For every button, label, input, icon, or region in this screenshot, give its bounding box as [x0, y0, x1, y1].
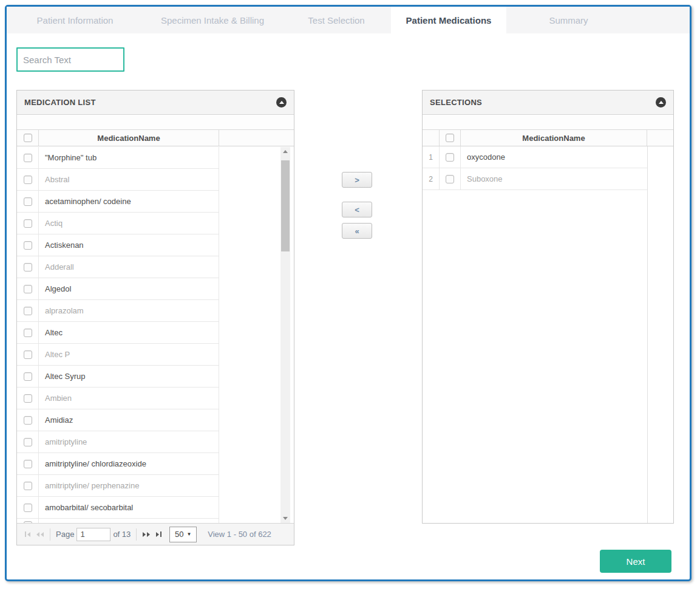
checkbox[interactable] [24, 394, 32, 403]
medication-row[interactable]: alprazolam [17, 300, 219, 322]
first-page-button[interactable] [22, 531, 33, 537]
medication-name: Abstral [39, 169, 219, 190]
medication-row[interactable]: amitriptyline/ chlordiazeoxide [17, 453, 219, 475]
row-checkbox-cell[interactable] [17, 213, 39, 234]
prev-page-button[interactable] [33, 532, 47, 537]
remove-all-selections-button[interactable]: « [342, 223, 372, 239]
checkbox[interactable] [24, 372, 32, 381]
vertical-scrollbar[interactable] [280, 147, 290, 523]
row-checkbox-cell[interactable] [17, 366, 39, 387]
medication-row[interactable]: Adderall [17, 256, 219, 278]
medication-row[interactable]: amitriptyline [17, 431, 219, 453]
medication-name: "Morphine" tub [39, 147, 219, 168]
select-all-checkbox[interactable] [24, 134, 32, 142]
row-checkbox-cell[interactable] [17, 300, 39, 321]
medication-name: Actiskenan [39, 234, 219, 256]
row-checkbox-cell[interactable] [17, 344, 39, 365]
checkbox[interactable] [24, 460, 32, 468]
tab-patient-medications[interactable]: Patient Medications [391, 7, 506, 33]
checkbox[interactable] [24, 176, 32, 184]
medication-row[interactable]: "Morphine" tub [17, 147, 219, 169]
checkbox[interactable] [446, 153, 454, 162]
medication-row[interactable]: amobarbital/ secobarbital [17, 497, 219, 519]
collapse-icon[interactable] [656, 97, 666, 108]
tab-specimen-intake-billing[interactable]: Specimen Intake & Billing [143, 7, 282, 33]
medication-row[interactable]: Actiskenan [17, 234, 219, 256]
search-input[interactable] [16, 47, 124, 72]
medication-name: acetaminophen/ codeine [39, 191, 219, 212]
tab-test-selection[interactable]: Test Selection [282, 7, 391, 33]
medication-row[interactable]: Ambien [17, 388, 219, 409]
last-page-button[interactable] [153, 531, 165, 537]
remove-selection-button[interactable]: < [342, 202, 372, 217]
pager-divider [136, 528, 137, 541]
checkbox[interactable] [24, 329, 32, 337]
medication-row[interactable]: Altec [17, 322, 219, 344]
checkbox[interactable] [24, 504, 32, 512]
row-checkbox-cell[interactable] [17, 388, 39, 409]
select-all-cell[interactable] [440, 130, 461, 146]
medication-name [39, 519, 219, 523]
medication-row[interactable]: Abstral [17, 169, 219, 191]
checkbox[interactable] [446, 175, 454, 183]
medication-grid-header: MedicationName [17, 130, 294, 146]
row-checkbox-cell[interactable] [17, 234, 39, 256]
up-arrow-icon [659, 101, 664, 104]
row-checkbox-cell[interactable] [17, 278, 39, 299]
row-checkbox-cell[interactable] [17, 191, 39, 212]
row-checkbox-cell[interactable] [17, 322, 39, 343]
checkbox[interactable] [24, 482, 32, 490]
checkbox[interactable] [24, 307, 32, 315]
scroll-up-icon[interactable] [280, 147, 290, 156]
row-checkbox-cell[interactable] [17, 431, 39, 453]
select-all-cell[interactable] [17, 130, 39, 146]
pager-divider [50, 528, 50, 541]
checkbox[interactable] [24, 263, 32, 272]
tab-patient-information[interactable]: Patient Information [7, 7, 143, 33]
medication-row[interactable]: Actiq [17, 213, 219, 234]
checkbox[interactable] [24, 438, 32, 446]
checkbox[interactable] [24, 416, 32, 425]
row-checkbox-cell[interactable] [17, 409, 39, 431]
medication-row[interactable]: Amidiaz [17, 409, 219, 431]
medication-row-partial[interactable] [17, 519, 219, 523]
scrollbar-thumb[interactable] [281, 160, 290, 251]
up-arrow-icon [279, 101, 284, 104]
row-checkbox-cell[interactable] [17, 453, 39, 474]
row-checkbox-cell[interactable] [440, 146, 461, 168]
medication-rows: "Morphine" tub Abstral acetaminophen/ co… [17, 147, 294, 519]
next-page-button[interactable] [140, 532, 153, 537]
column-header-cell[interactable]: MedicationName [461, 130, 647, 146]
next-button[interactable]: Next [600, 550, 671, 573]
medication-row[interactable]: Algedol [17, 278, 219, 300]
medication-row[interactable]: Altec P [17, 344, 219, 366]
row-checkbox-cell[interactable] [17, 497, 39, 518]
row-checkbox-cell[interactable] [440, 168, 461, 190]
page-count-label: of 13 [113, 530, 131, 539]
collapse-icon[interactable] [276, 97, 287, 108]
medication-row[interactable]: acetaminophen/ codeine [17, 191, 219, 213]
medication-row[interactable]: amitriptyline/ perphenazine [17, 475, 219, 497]
column-header-cell[interactable]: MedicationName [39, 130, 219, 146]
checkbox[interactable] [24, 197, 32, 206]
row-checkbox-cell[interactable] [17, 519, 39, 523]
checkbox[interactable] [24, 154, 32, 162]
row-checkbox-cell[interactable] [17, 169, 39, 190]
page-size-select[interactable]: 50 ▼ [169, 527, 197, 542]
checkbox[interactable] [24, 350, 32, 359]
add-selection-button[interactable]: > [342, 172, 372, 188]
medication-row[interactable]: Altec Syrup [17, 366, 219, 388]
select-all-checkbox[interactable] [446, 134, 454, 142]
row-checkbox-cell[interactable] [17, 256, 39, 278]
row-checkbox-cell[interactable] [17, 147, 39, 168]
tab-summary[interactable]: Summary [506, 7, 631, 33]
checkbox[interactable] [24, 219, 32, 228]
selection-row[interactable]: 2 Suboxone [423, 168, 648, 190]
medication-name: amitriptyline/ perphenazine [39, 475, 219, 496]
checkbox[interactable] [24, 285, 32, 293]
selection-row[interactable]: 1 oxycodone [423, 146, 648, 168]
page-number-input[interactable] [76, 528, 110, 541]
row-checkbox-cell[interactable] [17, 475, 39, 496]
scroll-down-icon[interactable] [280, 514, 290, 523]
checkbox[interactable] [24, 241, 32, 250]
